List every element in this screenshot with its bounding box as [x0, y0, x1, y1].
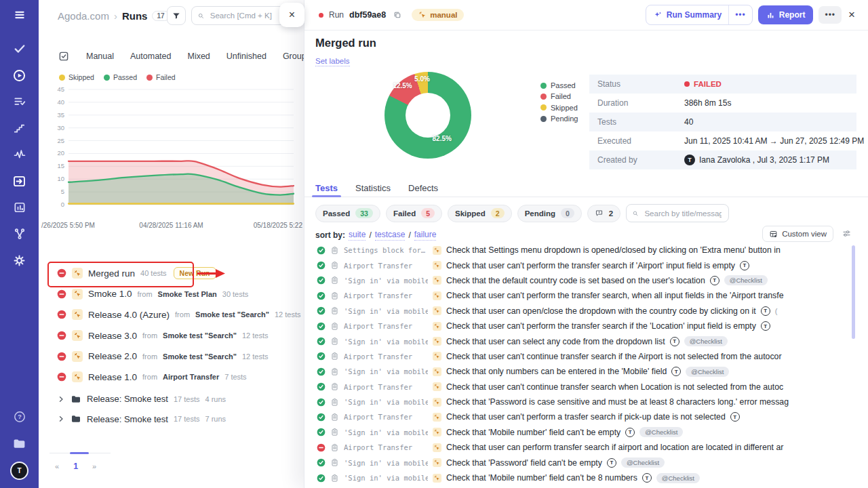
more-options-button[interactable]: •••: [818, 6, 842, 24]
donut-legend-skipped: Skipped: [540, 102, 578, 113]
run-folder-row[interactable]: Release: Smoke test17 tests4 runs: [39, 389, 304, 409]
user-avatar[interactable]: T: [10, 462, 28, 480]
table-view-icon: [769, 230, 778, 239]
page-current[interactable]: 1: [73, 462, 78, 471]
bar-chart-icon[interactable]: [12, 199, 28, 216]
test-row[interactable]: 'Sign in' via mobileCheck that 'Mobile n…: [304, 425, 868, 440]
test-row[interactable]: 'Sign in' via mobileCheck that 'Mobile n…: [304, 470, 868, 485]
sort-link-suite[interactable]: suite: [349, 230, 366, 241]
legend-label: Skipped: [551, 104, 578, 112]
test-title: Check that user can't perform the transf…: [446, 321, 756, 331]
comment-icon: [595, 209, 604, 218]
page-last-button[interactable]: »: [92, 462, 96, 470]
runs-trend-chart: 051015202530354045: [48, 83, 300, 216]
run-name: Release 3.0: [88, 331, 137, 341]
view-settings-icon[interactable]: [842, 228, 852, 239]
sort-link-failure[interactable]: failure: [414, 230, 437, 241]
legend-dot: [59, 75, 65, 81]
menu-icon[interactable]: [12, 7, 28, 23]
chip-count: 5: [421, 208, 435, 218]
folder-name: Release: Smoke test: [87, 394, 168, 404]
creator-avatar: T: [684, 155, 695, 165]
comments-chip[interactable]: 2: [587, 205, 620, 222]
test-row[interactable]: 'Sign in' via mobileCheck that the defau…: [304, 273, 868, 288]
chevron-right-icon[interactable]: [57, 395, 65, 403]
run-row[interactable]: Smoke 1.0fromSmoke Test Plan30 tests: [39, 284, 304, 305]
runs-search-input[interactable]: [209, 11, 280, 20]
legend-label: Failed: [551, 92, 571, 100]
filter-button[interactable]: [167, 6, 186, 25]
sort-link-testcase[interactable]: testcase: [375, 230, 406, 241]
test-row[interactable]: Airport TransferCheck that user can't pe…: [304, 319, 868, 333]
breadcrumb-project[interactable]: Agoda.com: [58, 10, 109, 22]
list-check-icon[interactable]: [12, 94, 28, 110]
help-icon[interactable]: ?: [12, 409, 28, 425]
failed-icon: [57, 268, 66, 278]
settings-gear-icon[interactable]: [12, 252, 28, 268]
detail-tab-tests[interactable]: Tests: [315, 179, 338, 197]
test-row[interactable]: Airport TransferCheck that user can't co…: [304, 349, 868, 364]
test-row[interactable]: 'Sign in' via mobileCheck that user can …: [304, 333, 868, 348]
page-first-button[interactable]: «: [55, 462, 59, 470]
activity-icon[interactable]: [12, 146, 28, 163]
run-summary-more-button[interactable]: •••: [728, 5, 752, 24]
x-label-mid: 04/28/2025 11:16 AM: [139, 222, 203, 229]
detail-tab-statistics[interactable]: Statistics: [355, 179, 391, 197]
test-row[interactable]: Airport TransferCheck that user can't co…: [304, 380, 868, 394]
panel-close-button[interactable]: ×: [279, 3, 304, 27]
test-suite: Airport Transfer: [344, 443, 428, 451]
test-row[interactable]: Airport TransferCheck that user can perf…: [304, 440, 868, 455]
runs-filter-tab-mixed[interactable]: Mixed: [187, 52, 210, 61]
sort-by-row: sort by: suite/testcase/failure: [315, 230, 436, 241]
test-row[interactable]: Airport TransferCheck that user can't pe…: [304, 288, 868, 303]
test-row[interactable]: Airport TransferCheck that user can't pe…: [304, 409, 868, 424]
runs-filter-tab-automated[interactable]: Automated: [130, 52, 171, 61]
run-row[interactable]: Merged run40 testsNew Run: [39, 263, 304, 284]
test-row[interactable]: Settings block for…Check that Settings m…: [304, 243, 868, 258]
test-row[interactable]: 'Sign in' via mobileCheck that user can …: [304, 304, 868, 319]
folder-icon: [71, 394, 81, 405]
branch-icon[interactable]: [12, 226, 28, 242]
run-summary-button[interactable]: Run Summary: [646, 5, 728, 24]
chip-pending[interactable]: Pending0: [517, 205, 582, 222]
steps-icon[interactable]: [12, 120, 28, 136]
projects-folder-icon[interactable]: [12, 435, 28, 451]
comment-count: 2: [609, 209, 613, 218]
trend-x-axis: /26/2025 5:50 PM 04/28/2025 11:16 AM 05/…: [39, 222, 304, 231]
close-detail-button[interactable]: ×: [847, 8, 856, 22]
set-labels-link[interactable]: Set labels: [315, 57, 350, 66]
scrollbar[interactable]: [852, 245, 855, 339]
passed-icon: [317, 322, 326, 331]
sign-in-icon[interactable]: [12, 173, 28, 189]
report-button[interactable]: Report: [758, 5, 814, 24]
test-row[interactable]: 'Sign in' via mobileCheck that 'Password…: [304, 455, 868, 470]
check-icon[interactable]: [12, 41, 28, 57]
run-row[interactable]: Release 3.0fromSmoke test "Search"12 tes…: [39, 325, 304, 346]
select-all-icon[interactable]: [58, 50, 70, 62]
chevron-right-icon[interactable]: [57, 415, 65, 423]
runs-filter-tab-manual[interactable]: Manual: [86, 52, 114, 61]
tests-search-input[interactable]: [643, 209, 723, 218]
copy-icon[interactable]: [391, 9, 403, 21]
svg-text:30: 30: [57, 124, 64, 131]
failed-icon: [57, 289, 66, 299]
run-from-label: from: [142, 352, 157, 361]
test-row[interactable]: 'Sign in' via mobileCheck that 'Password…: [304, 394, 868, 409]
run-row[interactable]: Release 4.0 (Azure)fromSmoke test "Searc…: [39, 304, 304, 325]
run-row[interactable]: Release 1.0fromAirport Transfer7 tests: [39, 367, 304, 388]
play-circle-icon[interactable]: [12, 67, 28, 83]
custom-view-button[interactable]: Custom view: [762, 226, 833, 242]
test-row[interactable]: 'Sign in' via mobileCheck that only numb…: [304, 364, 868, 379]
manual-icon: [72, 268, 83, 279]
test-row[interactable]: Airport TransferCheck that user can't pe…: [304, 258, 868, 272]
runs-filter-tab-unfinished[interactable]: Unfinished: [226, 52, 267, 61]
detail-tab-defects[interactable]: Defects: [408, 179, 438, 197]
manual-icon: [72, 351, 83, 362]
chip-failed[interactable]: Failed5: [386, 205, 442, 222]
chip-passed[interactable]: Passed33: [315, 205, 380, 222]
run-summary-split-button: Run Summary •••: [646, 5, 753, 25]
test-suite: Airport Transfer: [344, 413, 428, 421]
run-row[interactable]: Release 2.0fromSmoke test "Search"12 tes…: [39, 346, 304, 367]
run-folder-row[interactable]: Release: Smoke test17 tests7 runs: [39, 409, 304, 430]
chip-skipped[interactable]: Skipped2: [448, 205, 512, 222]
